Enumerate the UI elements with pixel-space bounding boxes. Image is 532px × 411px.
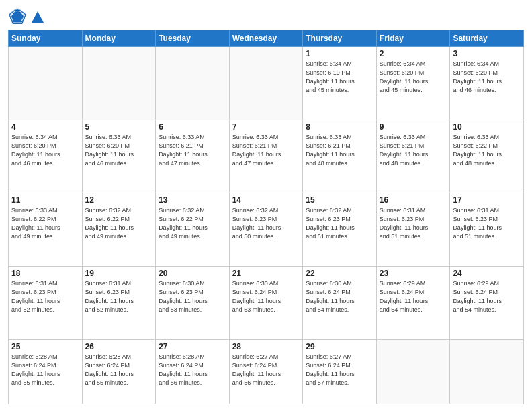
calendar-week-row: 11Sunrise: 6:33 AM Sunset: 6:22 PM Dayli… xyxy=(9,193,524,266)
day-number: 1 xyxy=(306,49,373,58)
day-info: Sunrise: 6:28 AM Sunset: 6:24 PM Dayligh… xyxy=(159,353,226,387)
weekday-header-monday: Monday xyxy=(82,30,156,47)
day-number: 22 xyxy=(306,269,373,278)
day-number: 20 xyxy=(159,269,226,278)
svg-marker-5 xyxy=(32,11,44,23)
weekday-header-sunday: Sunday xyxy=(9,30,83,47)
day-info: Sunrise: 6:33 AM Sunset: 6:22 PM Dayligh… xyxy=(453,133,521,168)
logo-triangle-icon xyxy=(30,9,45,24)
calendar-cell xyxy=(376,339,450,404)
day-info: Sunrise: 6:31 AM Sunset: 6:23 PM Dayligh… xyxy=(85,279,153,314)
day-info: Sunrise: 6:32 AM Sunset: 6:22 PM Dayligh… xyxy=(85,206,153,241)
calendar-cell: 13Sunrise: 6:32 AM Sunset: 6:22 PM Dayli… xyxy=(156,193,230,266)
calendar-cell: 19Sunrise: 6:31 AM Sunset: 6:23 PM Dayli… xyxy=(82,266,156,339)
day-number: 12 xyxy=(85,195,153,205)
day-number: 14 xyxy=(232,195,300,205)
day-info: Sunrise: 6:31 AM Sunset: 6:23 PM Dayligh… xyxy=(11,279,79,314)
calendar-cell xyxy=(9,47,83,120)
logo-icon xyxy=(8,7,27,26)
calendar-cell xyxy=(450,339,524,404)
day-number: 18 xyxy=(11,269,79,278)
calendar-cell: 1Sunrise: 6:34 AM Sunset: 6:19 PM Daylig… xyxy=(303,47,377,120)
calendar: SundayMondayTuesdayWednesdayThursdayFrid… xyxy=(8,30,524,404)
day-number: 5 xyxy=(85,122,153,132)
day-number: 11 xyxy=(11,195,79,205)
day-number: 25 xyxy=(11,342,79,351)
calendar-cell: 17Sunrise: 6:31 AM Sunset: 6:23 PM Dayli… xyxy=(450,193,524,266)
day-number: 21 xyxy=(232,269,300,278)
day-number: 10 xyxy=(453,122,521,132)
calendar-cell: 11Sunrise: 6:33 AM Sunset: 6:22 PM Dayli… xyxy=(9,193,83,266)
calendar-cell: 22Sunrise: 6:30 AM Sunset: 6:24 PM Dayli… xyxy=(303,266,377,339)
calendar-cell xyxy=(229,47,303,120)
calendar-cell: 26Sunrise: 6:28 AM Sunset: 6:24 PM Dayli… xyxy=(82,339,156,404)
day-info: Sunrise: 6:32 AM Sunset: 6:22 PM Dayligh… xyxy=(159,206,226,241)
day-info: Sunrise: 6:33 AM Sunset: 6:22 PM Dayligh… xyxy=(11,206,79,241)
calendar-cell: 23Sunrise: 6:29 AM Sunset: 6:24 PM Dayli… xyxy=(376,266,450,339)
calendar-cell xyxy=(156,47,230,120)
day-info: Sunrise: 6:30 AM Sunset: 6:24 PM Dayligh… xyxy=(232,279,300,314)
day-info: Sunrise: 6:32 AM Sunset: 6:23 PM Dayligh… xyxy=(306,206,373,241)
weekday-header-friday: Friday xyxy=(376,30,450,47)
weekday-header-thursday: Thursday xyxy=(303,30,377,47)
calendar-cell: 29Sunrise: 6:27 AM Sunset: 6:24 PM Dayli… xyxy=(303,339,377,404)
weekday-header-wednesday: Wednesday xyxy=(229,30,303,47)
calendar-week-row: 18Sunrise: 6:31 AM Sunset: 6:23 PM Dayli… xyxy=(9,266,524,339)
calendar-cell: 4Sunrise: 6:34 AM Sunset: 6:20 PM Daylig… xyxy=(9,120,83,193)
calendar-week-row: 25Sunrise: 6:28 AM Sunset: 6:24 PM Dayli… xyxy=(9,339,524,404)
day-info: Sunrise: 6:30 AM Sunset: 6:23 PM Dayligh… xyxy=(159,279,226,314)
day-info: Sunrise: 6:34 AM Sunset: 6:19 PM Dayligh… xyxy=(306,60,373,95)
weekday-header-row: SundayMondayTuesdayWednesdayThursdayFrid… xyxy=(9,30,524,47)
day-number: 3 xyxy=(453,49,521,58)
calendar-week-row: 4Sunrise: 6:34 AM Sunset: 6:20 PM Daylig… xyxy=(9,120,524,193)
day-info: Sunrise: 6:31 AM Sunset: 6:23 PM Dayligh… xyxy=(380,206,447,241)
calendar-cell: 8Sunrise: 6:33 AM Sunset: 6:21 PM Daylig… xyxy=(303,120,377,193)
day-info: Sunrise: 6:31 AM Sunset: 6:23 PM Dayligh… xyxy=(453,206,521,241)
day-number: 28 xyxy=(232,342,300,351)
calendar-cell: 6Sunrise: 6:33 AM Sunset: 6:21 PM Daylig… xyxy=(156,120,230,193)
calendar-cell: 12Sunrise: 6:32 AM Sunset: 6:22 PM Dayli… xyxy=(82,193,156,266)
day-info: Sunrise: 6:34 AM Sunset: 6:20 PM Dayligh… xyxy=(11,133,79,168)
day-info: Sunrise: 6:34 AM Sunset: 6:20 PM Dayligh… xyxy=(380,60,447,95)
calendar-cell: 25Sunrise: 6:28 AM Sunset: 6:24 PM Dayli… xyxy=(9,339,83,404)
day-info: Sunrise: 6:34 AM Sunset: 6:20 PM Dayligh… xyxy=(453,60,521,95)
day-number: 2 xyxy=(380,49,447,58)
day-number: 17 xyxy=(453,195,521,205)
day-number: 9 xyxy=(380,122,447,132)
calendar-cell: 27Sunrise: 6:28 AM Sunset: 6:24 PM Dayli… xyxy=(156,339,230,404)
day-number: 26 xyxy=(85,342,153,351)
day-info: Sunrise: 6:29 AM Sunset: 6:24 PM Dayligh… xyxy=(380,279,447,314)
day-number: 24 xyxy=(453,269,521,278)
day-info: Sunrise: 6:33 AM Sunset: 6:21 PM Dayligh… xyxy=(232,133,300,168)
day-number: 6 xyxy=(159,122,226,132)
calendar-cell: 28Sunrise: 6:27 AM Sunset: 6:24 PM Dayli… xyxy=(229,339,303,404)
calendar-cell: 9Sunrise: 6:33 AM Sunset: 6:21 PM Daylig… xyxy=(376,120,450,193)
header xyxy=(8,7,524,26)
day-info: Sunrise: 6:32 AM Sunset: 6:23 PM Dayligh… xyxy=(232,206,300,241)
day-info: Sunrise: 6:33 AM Sunset: 6:20 PM Dayligh… xyxy=(85,133,153,168)
day-number: 7 xyxy=(232,122,300,132)
calendar-cell: 3Sunrise: 6:34 AM Sunset: 6:20 PM Daylig… xyxy=(450,47,524,120)
logo-text xyxy=(30,9,46,23)
weekday-header-saturday: Saturday xyxy=(450,30,524,47)
weekday-header-tuesday: Tuesday xyxy=(156,30,230,47)
calendar-cell: 15Sunrise: 6:32 AM Sunset: 6:23 PM Dayli… xyxy=(303,193,377,266)
day-info: Sunrise: 6:27 AM Sunset: 6:24 PM Dayligh… xyxy=(306,353,373,387)
calendar-cell: 24Sunrise: 6:29 AM Sunset: 6:24 PM Dayli… xyxy=(450,266,524,339)
day-number: 19 xyxy=(85,269,153,278)
day-info: Sunrise: 6:27 AM Sunset: 6:24 PM Dayligh… xyxy=(232,353,300,387)
day-info: Sunrise: 6:33 AM Sunset: 6:21 PM Dayligh… xyxy=(380,133,447,168)
day-info: Sunrise: 6:29 AM Sunset: 6:24 PM Dayligh… xyxy=(453,279,521,314)
calendar-cell: 21Sunrise: 6:30 AM Sunset: 6:24 PM Dayli… xyxy=(229,266,303,339)
day-number: 8 xyxy=(306,122,373,132)
day-number: 15 xyxy=(306,195,373,205)
calendar-cell xyxy=(82,47,156,120)
day-info: Sunrise: 6:33 AM Sunset: 6:21 PM Dayligh… xyxy=(159,133,226,168)
calendar-cell: 16Sunrise: 6:31 AM Sunset: 6:23 PM Dayli… xyxy=(376,193,450,266)
calendar-cell: 14Sunrise: 6:32 AM Sunset: 6:23 PM Dayli… xyxy=(229,193,303,266)
day-number: 13 xyxy=(159,195,226,205)
day-info: Sunrise: 6:28 AM Sunset: 6:24 PM Dayligh… xyxy=(11,353,79,387)
calendar-week-row: 1Sunrise: 6:34 AM Sunset: 6:19 PM Daylig… xyxy=(9,47,524,120)
day-number: 29 xyxy=(306,342,373,351)
calendar-cell: 20Sunrise: 6:30 AM Sunset: 6:23 PM Dayli… xyxy=(156,266,230,339)
